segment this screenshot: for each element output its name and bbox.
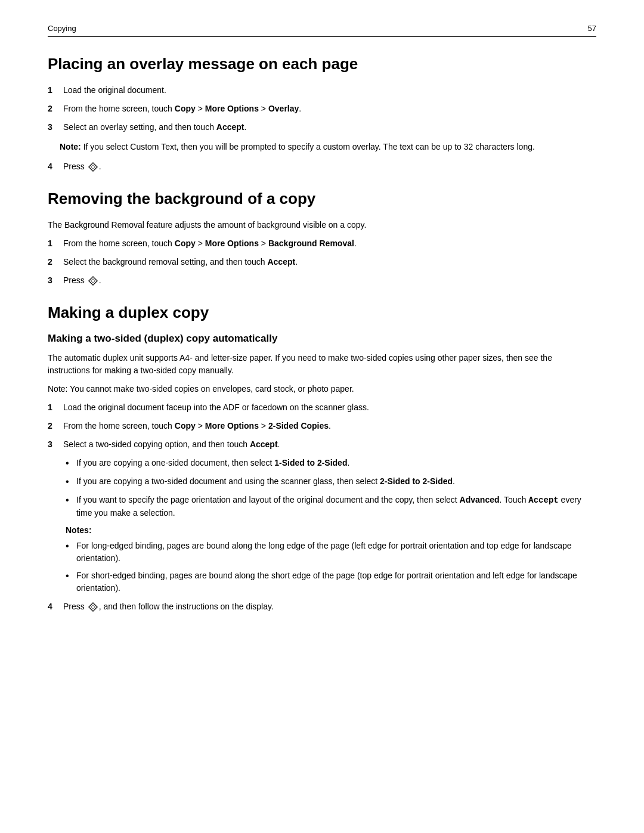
subsection-duplex-steps: 1 Load the original document faceup into…: [48, 401, 596, 451]
section-background: Removing the background of a copy The Ba…: [48, 190, 596, 287]
svg-marker-4: [89, 277, 97, 285]
svg-marker-7: [91, 605, 95, 609]
step-1-3: 3 Select an overlay setting, and then to…: [48, 121, 596, 134]
note-bullet-item: For short-edged binding, pages are bound…: [66, 569, 596, 594]
step-content: Press .: [63, 274, 596, 287]
section-background-steps: 1 From the home screen, touch Copy > Mor…: [48, 237, 596, 287]
section-overlay-title: Placing an overlay message on each page: [48, 55, 596, 73]
step-number: 3: [48, 274, 63, 287]
step-content: Select the background removal setting, a…: [63, 256, 596, 268]
step-3-1: 1 Load the original document faceup into…: [48, 401, 596, 414]
section-duplex: Making a duplex copy Making a two-sided …: [48, 304, 596, 613]
step-number: 1: [48, 237, 63, 250]
step-content: Load the original document.: [63, 84, 596, 97]
step-content: From the home screen, touch Copy > More …: [63, 103, 596, 115]
svg-marker-5: [91, 279, 95, 283]
note-bullet-item: For long-edged binding, pages are bound …: [66, 540, 596, 565]
step-content: Select an overlay setting, and then touc…: [63, 121, 596, 134]
step-content: Select a two-sided copying option, and t…: [63, 438, 596, 451]
section-overlay: Placing an overlay message on each page …: [48, 55, 596, 173]
svg-marker-3: [91, 165, 95, 169]
section-overlay-steps: 1 Load the original document. 2 From the…: [48, 84, 596, 134]
step-number: 2: [48, 103, 63, 115]
note-label: Note:: [48, 384, 67, 394]
bullet-content: If you are copying a two-sided document …: [76, 475, 596, 488]
header-section-label: Copying: [48, 24, 76, 33]
step-number: 4: [48, 160, 63, 173]
section-duplex-auto: Making a two-sided (duplex) copy automat…: [48, 333, 596, 613]
step-content: From the home screen, touch Copy > More …: [63, 420, 596, 432]
step-content: Press .: [63, 160, 596, 173]
svg-marker-6: [89, 603, 97, 611]
step-3-2: 2 From the home screen, touch Copy > Mor…: [48, 420, 596, 432]
header-bar: Copying 57: [48, 24, 596, 37]
step-3-4: 4 Press , and then follow the instructio…: [48, 600, 596, 613]
bullet-content: If you want to specify the page orientat…: [76, 494, 596, 519]
section-duplex-title: Making a duplex copy: [48, 304, 596, 322]
subsection-duplex-auto-title: Making a two-sided (duplex) copy automat…: [48, 333, 596, 345]
step-number: 3: [48, 438, 63, 451]
section-background-intro: The Background Removal feature adjusts t…: [48, 219, 596, 231]
bullet-content: For short-edged binding, pages are bound…: [76, 569, 596, 594]
svg-marker-2: [89, 163, 97, 171]
step-content: Load the original document faceup into t…: [63, 401, 596, 414]
step-number: 2: [48, 420, 63, 432]
bullet-item: If you are copying a one-sided document,…: [66, 457, 596, 470]
section-background-title: Removing the background of a copy: [48, 190, 596, 208]
note-label: Note:: [60, 142, 81, 151]
bullet-content: For long-edged binding, pages are bound …: [76, 540, 596, 565]
step-2-2: 2 Select the background removal setting,…: [48, 256, 596, 268]
section-overlay-note: Note: If you select Custom Text, then yo…: [60, 141, 596, 153]
step-2-3: 3 Press .: [48, 274, 596, 287]
subsection-duplex-auto-intro: The automatic duplex unit supports A4- a…: [48, 352, 596, 377]
bullet-content: If you are copying a one-sided document,…: [76, 457, 596, 469]
subsection-duplex-auto-note: Note: You cannot make two-sided copies o…: [48, 383, 596, 395]
start-icon: [88, 602, 98, 612]
step-2-1: 1 From the home screen, touch Copy > Mor…: [48, 237, 596, 250]
step-number: 1: [48, 401, 63, 414]
duplex-step3-bullets: If you are copying a one-sided document,…: [66, 457, 596, 519]
step-number: 3: [48, 121, 63, 134]
step-1-2: 2 From the home screen, touch Copy > Mor…: [48, 103, 596, 115]
step-1-1: 1 Load the original document.: [48, 84, 596, 97]
notes-label: Notes:: [66, 525, 596, 535]
bullet-item: If you are copying a two-sided document …: [66, 475, 596, 489]
header-page-number: 57: [588, 24, 596, 33]
step-number: 4: [48, 600, 63, 613]
step-number: 2: [48, 256, 63, 268]
page: Copying 57 Placing an overlay message on…: [0, 0, 644, 833]
note-text: If you select Custom Text, then you will…: [83, 142, 535, 151]
start-icon: [88, 276, 98, 286]
bullet-item: If you want to specify the page orientat…: [66, 494, 596, 519]
duplex-step4: 4 Press , and then follow the instructio…: [48, 600, 596, 613]
step-number: 1: [48, 84, 63, 97]
step-content: Press , and then follow the instructions…: [63, 600, 596, 613]
start-icon: [88, 162, 98, 172]
step-1-4: 4 Press .: [48, 160, 596, 173]
step-3-3: 3 Select a two-sided copying option, and…: [48, 438, 596, 451]
duplex-notes-bullets: For long-edged binding, pages are bound …: [66, 540, 596, 594]
note-text: You cannot make two-sided copies on enve…: [70, 384, 354, 394]
duplex-notes: Notes: For long-edged binding, pages are…: [66, 525, 596, 594]
section-overlay-step4: 4 Press .: [48, 160, 596, 173]
step-content: From the home screen, touch Copy > More …: [63, 237, 596, 250]
